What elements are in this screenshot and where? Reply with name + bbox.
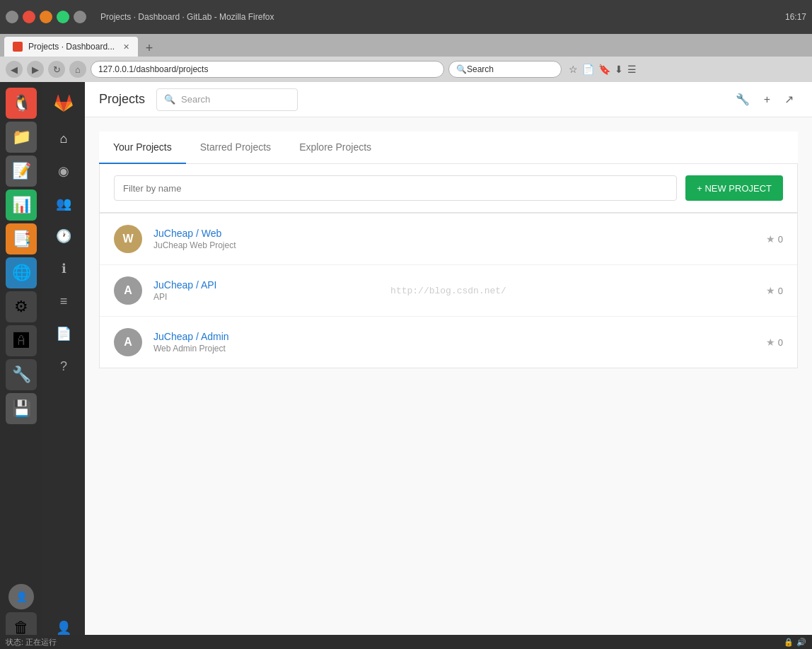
star-icon-api: ★ bbox=[766, 285, 775, 296]
project-list: http://blog.csdn.net/ W JuCheap / Web Ju… bbox=[99, 213, 798, 368]
os-circle-1 bbox=[6, 11, 18, 23]
star-count-admin: 0 bbox=[778, 337, 783, 348]
gitlab-search-box[interactable]: 🔍 Search bbox=[156, 88, 298, 111]
menu-icon[interactable]: ☰ bbox=[627, 64, 637, 75]
os-circle-4 bbox=[57, 11, 69, 23]
project-avatar-w: W bbox=[114, 225, 142, 253]
browser-address-bar: ◀ ▶ ↻ ⌂ 127.0.0.1/dashboard/projects 🔍 S… bbox=[0, 57, 812, 82]
project-stars-web: ★ 0 bbox=[766, 233, 783, 245]
status-icon-1: 🔒 bbox=[784, 638, 794, 647]
project-info-web: JuCheap / Web JuCheap Web Project bbox=[153, 228, 755, 250]
star-count-api: 0 bbox=[778, 286, 783, 296]
os-system-area: 16:17 bbox=[785, 12, 806, 22]
os-topbar: Projects · Dashboard · GitLab - Mozilla … bbox=[0, 0, 812, 34]
project-desc-api: API bbox=[153, 292, 755, 302]
browser-search-box[interactable]: 🔍 Search bbox=[448, 61, 562, 78]
os-app-settings[interactable]: ⚙ bbox=[6, 291, 37, 322]
download-icon[interactable]: ⬇ bbox=[615, 64, 623, 75]
os-app-dock: 🐧 📁 📝 📊 📑 🌐 ⚙ 🅰 🔧 💾 👤 🗑 bbox=[0, 82, 42, 649]
project-avatar-admin: A bbox=[114, 328, 142, 356]
tab-starred-projects[interactable]: Starred Projects bbox=[186, 131, 285, 164]
project-item: A JuCheap / API API ★ 0 bbox=[100, 265, 797, 317]
os-app-amazon[interactable]: 🅰 bbox=[6, 325, 37, 356]
url-bar[interactable]: 127.0.0.1/dashboard/projects bbox=[91, 61, 444, 78]
gitlab-logo-svg bbox=[52, 90, 75, 113]
tab-title: Projects · Dashboard... bbox=[28, 42, 115, 52]
os-app-files[interactable]: 📁 bbox=[6, 122, 37, 153]
os-circle-3 bbox=[40, 11, 52, 23]
os-circle-2 bbox=[23, 11, 35, 23]
project-name-admin[interactable]: JuCheap / Admin bbox=[153, 331, 755, 342]
star-count-web: 0 bbox=[778, 234, 783, 245]
os-app-archive[interactable]: 💾 bbox=[6, 393, 37, 424]
gitlab-nav-merge[interactable]: 📄 bbox=[48, 318, 79, 349]
gitlab-search-icon: 🔍 bbox=[164, 94, 175, 105]
os-app-calc[interactable]: 📊 bbox=[6, 189, 37, 221]
tab-explore-projects[interactable]: Explore Projects bbox=[285, 131, 385, 164]
star-icon-web: ★ bbox=[766, 233, 775, 245]
star-icon-admin: ★ bbox=[766, 337, 775, 348]
browser-tab-bar: Projects · Dashboard... ✕ + bbox=[0, 34, 812, 57]
gitlab-logo[interactable] bbox=[50, 88, 78, 116]
gitlab-header-logout-icon[interactable]: ↗ bbox=[780, 90, 798, 109]
project-tabs-container: Your Projects Starred Projects Explore P… bbox=[99, 131, 798, 164]
os-circle-5 bbox=[74, 11, 86, 23]
browser-search-text: Search bbox=[467, 64, 494, 74]
status-icon-2: 🔊 bbox=[796, 638, 806, 647]
project-desc-web: JuCheap Web Project bbox=[153, 240, 755, 250]
os-time: 16:17 bbox=[785, 12, 806, 22]
project-info-api: JuCheap / API API bbox=[153, 279, 755, 302]
forward-btn[interactable]: ▶ bbox=[27, 61, 44, 78]
new-tab-btn[interactable]: + bbox=[141, 40, 158, 57]
tab-your-projects[interactable]: Your Projects bbox=[99, 131, 186, 164]
project-avatar-api: A bbox=[114, 276, 142, 305]
window-title: Projects · Dashboard · GitLab - Mozilla … bbox=[100, 12, 274, 22]
browser-tab[interactable]: Projects · Dashboard... ✕ bbox=[4, 37, 138, 57]
gitlab-nav-home[interactable]: ⌂ bbox=[48, 123, 79, 154]
home-btn[interactable]: ⌂ bbox=[69, 61, 86, 78]
status-icons: 🔒 🔊 bbox=[784, 638, 806, 647]
os-app-impress[interactable]: 📑 bbox=[6, 223, 37, 255]
os-app-tools[interactable]: 🔧 bbox=[6, 359, 37, 390]
project-stars-admin: ★ 0 bbox=[766, 337, 783, 348]
os-app-ubuntu[interactable]: 🐧 bbox=[6, 88, 37, 119]
gitlab-content-area: Projects 🔍 Search 🔧 + ↗ Your Projects St… bbox=[85, 82, 812, 649]
os-status-bar: 状态: 正在运行 🔒 🔊 bbox=[0, 635, 812, 649]
gitlab-header-settings-icon[interactable]: 🔧 bbox=[731, 90, 754, 109]
reader-icon[interactable]: 📄 bbox=[582, 64, 594, 75]
gitlab-page-title: Projects bbox=[99, 92, 145, 107]
gitlab-nav-help[interactable]: ? bbox=[48, 351, 79, 382]
back-btn[interactable]: ◀ bbox=[6, 61, 23, 78]
project-desc-admin: Web Admin Project bbox=[153, 344, 755, 353]
reload-btn[interactable]: ↻ bbox=[48, 61, 65, 78]
project-item: A JuCheap / Admin Web Admin Project ★ 0 bbox=[100, 317, 797, 368]
gitlab-nav-snippets[interactable]: ℹ bbox=[48, 253, 79, 284]
pocket-icon[interactable]: 🔖 bbox=[598, 64, 610, 75]
gitlab-header-add-icon[interactable]: + bbox=[760, 90, 775, 109]
gitlab-nav-groups[interactable]: 👥 bbox=[48, 188, 79, 219]
project-info-admin: JuCheap / Admin Web Admin Project bbox=[153, 331, 755, 353]
project-name-web[interactable]: JuCheap / Web bbox=[153, 228, 755, 239]
projects-section: Your Projects Starred Projects Explore P… bbox=[85, 117, 812, 382]
browser-search-icon: 🔍 bbox=[456, 64, 467, 74]
gitlab-nav-activity[interactable]: ◉ bbox=[48, 156, 79, 187]
tab-close-btn[interactable]: ✕ bbox=[123, 42, 129, 52]
os-app-browser[interactable]: 🌐 bbox=[6, 257, 37, 288]
os-app-writer[interactable]: 📝 bbox=[6, 156, 37, 187]
project-stars-api: ★ 0 bbox=[766, 285, 783, 296]
main-layout: 🐧 📁 📝 📊 📑 🌐 ⚙ 🅰 🔧 💾 👤 🗑 ⌂ ◉ bbox=[0, 82, 812, 649]
gitlab-header: Projects 🔍 Search 🔧 + ↗ bbox=[85, 82, 812, 117]
project-item: W JuCheap / Web JuCheap Web Project ★ 0 bbox=[100, 214, 797, 265]
os-app-user[interactable]: 👤 bbox=[8, 584, 34, 609]
gitlab-nav-issues[interactable]: ≡ bbox=[48, 286, 79, 317]
tab-favicon bbox=[13, 42, 23, 52]
os-window-controls bbox=[6, 11, 86, 23]
project-name-api[interactable]: JuCheap / API bbox=[153, 279, 755, 291]
url-text: 127.0.0.1/dashboard/projects bbox=[98, 64, 208, 74]
status-text: 状态: 正在运行 bbox=[6, 637, 57, 648]
bookmark-icon[interactable]: ☆ bbox=[569, 64, 578, 75]
gitlab-header-actions: 🔧 + ↗ bbox=[731, 90, 798, 109]
gitlab-nav-milestones[interactable]: 🕐 bbox=[48, 221, 79, 252]
filter-by-name-input[interactable] bbox=[114, 175, 677, 201]
new-project-button[interactable]: + NEW PROJECT bbox=[685, 175, 783, 201]
